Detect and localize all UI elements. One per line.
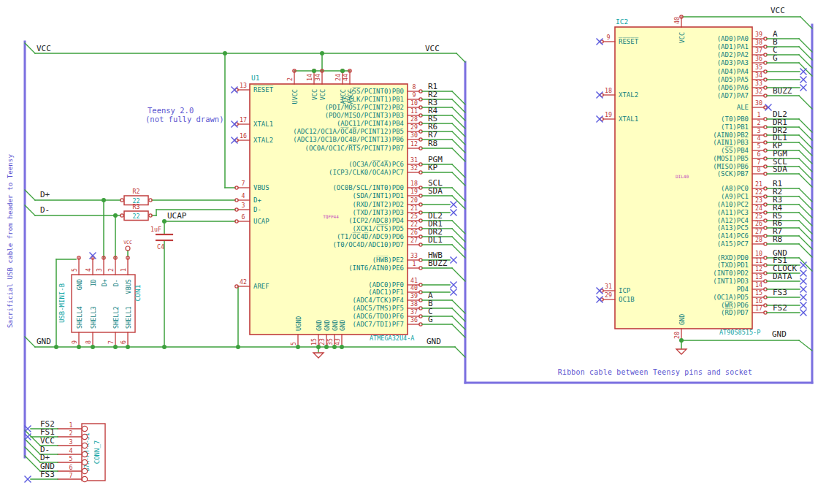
pin-name: ID <box>90 279 97 286</box>
value-label[interactable]: 22 <box>133 213 140 220</box>
pin-name: XTAL1 <box>619 115 638 123</box>
junction-dot <box>340 345 344 349</box>
pin-name: SHELL2 <box>112 306 120 329</box>
net-label[interactable]: BUZZ <box>773 86 792 96</box>
pin-number: 2 <box>69 429 73 437</box>
net-label[interactable]: GND <box>427 337 441 346</box>
pin-number: 9 <box>413 91 416 99</box>
annotation-text[interactable]: Ribbon cable between Teensy pins and soc… <box>558 368 753 376</box>
reference-label[interactable]: CON1 <box>134 284 142 301</box>
pin-name: (AIN1)PB3 <box>713 139 749 146</box>
net-label[interactable]: D- <box>40 205 50 215</box>
value-label[interactable]: 1uF <box>150 226 161 233</box>
net-label[interactable]: DATA <box>773 272 792 281</box>
annotation-text[interactable]: Sacrificial USB cable from header to Tee… <box>6 154 14 328</box>
net-label[interactable]: VCC <box>37 44 51 53</box>
pin-number: 17 <box>240 116 247 123</box>
bus-entry-icon <box>799 55 812 68</box>
net-label[interactable]: BUZZ <box>428 259 448 268</box>
annotation-text[interactable]: Teensy 2.0 <box>148 106 194 115</box>
net-label[interactable]: VCC <box>425 44 440 53</box>
pin-number: 6 <box>69 464 73 471</box>
pin-number: 1 <box>69 421 73 429</box>
bus-entry-icon <box>452 131 465 145</box>
pin-name: (A12)PC4 <box>717 217 749 224</box>
net-label[interactable]: G <box>773 53 778 63</box>
part-name-label[interactable]: ATMEGA32U4-A <box>370 335 414 342</box>
pin-number: 27 <box>755 228 762 235</box>
pin-name: (SDA/INT1)PD1 <box>353 192 404 199</box>
pin-number: 24 <box>755 205 762 212</box>
pin-number: 5 <box>290 342 297 345</box>
bus-entry-icon <box>25 337 35 347</box>
bus-entry-icon <box>799 221 812 234</box>
bus-entry-icon <box>452 196 465 209</box>
reference-label[interactable]: IC2 <box>616 18 628 26</box>
pin-number: 22 <box>755 188 762 196</box>
net-label[interactable]: GND <box>772 329 787 339</box>
pin-name: VCC <box>678 32 686 43</box>
net-label[interactable]: SDA <box>428 186 443 196</box>
reference-label[interactable]: R3 <box>133 203 140 210</box>
pin-name: GND <box>332 320 339 331</box>
pin-number: 10 <box>755 250 762 257</box>
pin-name: (OC0B/SCL/INT0)PD0 <box>332 184 404 191</box>
net-label[interactable]: D+ <box>40 190 50 199</box>
value-label[interactable]: USB-MINI-B <box>58 283 66 323</box>
part-name-label[interactable]: AT90S8515-P <box>719 329 760 336</box>
bus-entry-icon <box>452 123 465 137</box>
net-label[interactable]: GND <box>37 337 51 346</box>
pin-number: 18 <box>605 87 612 94</box>
pin-number: 5 <box>71 268 78 272</box>
bus-entry-icon <box>799 188 812 202</box>
net-label[interactable]: FS3 <box>40 470 55 479</box>
pin-name: AVCC <box>347 89 354 104</box>
pin-name: (A10)PC2 <box>717 201 749 208</box>
pin-name: (ICP3/CLK0/OC4A)PC7 <box>329 169 404 176</box>
net-label[interactable]: R8 <box>428 139 437 148</box>
reference-label[interactable]: R2 <box>133 188 140 195</box>
net-label[interactable]: UCAP <box>167 211 187 221</box>
net-label[interactable]: SDA <box>773 164 787 174</box>
pin-number: 35 <box>755 64 762 71</box>
bus-entry-icon <box>799 213 812 226</box>
net-label[interactable]: DL1 <box>428 235 443 245</box>
pin-number: 12 <box>755 265 762 272</box>
bus-entry-icon <box>452 164 465 177</box>
pin-name: (SCK)PB7 <box>717 170 749 177</box>
net-label[interactable]: FS3 <box>773 288 787 297</box>
net-label[interactable]: R8 <box>773 234 782 244</box>
reference-label[interactable]: C4 <box>157 243 164 251</box>
pin-name: (OC1A)PD5 <box>713 294 749 301</box>
net-label[interactable]: G <box>428 315 433 324</box>
footprint-label[interactable]: DIL40 <box>676 174 689 179</box>
junction-dot <box>296 345 300 349</box>
bus-entry-icon <box>25 205 35 215</box>
reference-label[interactable]: U1 <box>251 74 260 82</box>
pin-name: OC1B <box>619 296 635 303</box>
pin-number: 36 <box>410 316 418 324</box>
annotation-text[interactable]: (not fully drawn) <box>145 115 223 123</box>
footprint-label[interactable]: TQFP44 <box>323 214 339 219</box>
pin-number: 34 <box>314 74 321 81</box>
reference-label[interactable]: CONN_7 <box>93 440 101 465</box>
pin-name: VBUS <box>125 279 132 294</box>
bus-entry-icon <box>25 43 35 53</box>
pin-number: 28 <box>410 115 418 123</box>
net-label[interactable]: KP <box>428 163 438 172</box>
net-label[interactable]: FS2 <box>773 303 787 313</box>
pin-number: 35 <box>326 338 334 345</box>
pin-name: (AD7)PA7 <box>717 92 749 99</box>
pin-number: 29 <box>410 123 418 131</box>
junction-dot <box>126 345 130 349</box>
bus-entry-icon <box>799 167 812 180</box>
pin-name: (ADC1)PF1 <box>368 289 404 296</box>
pin-number: 43 <box>334 338 341 345</box>
pin-name: GND <box>339 320 346 331</box>
pin-number: 9 <box>71 340 78 344</box>
bus-entry-icon <box>452 237 465 250</box>
pin-name: (AD2)PA2 <box>717 51 749 58</box>
net-label[interactable]: VCC <box>770 6 785 15</box>
pin-name: GND <box>76 279 83 290</box>
bus-entry-icon <box>456 53 465 62</box>
